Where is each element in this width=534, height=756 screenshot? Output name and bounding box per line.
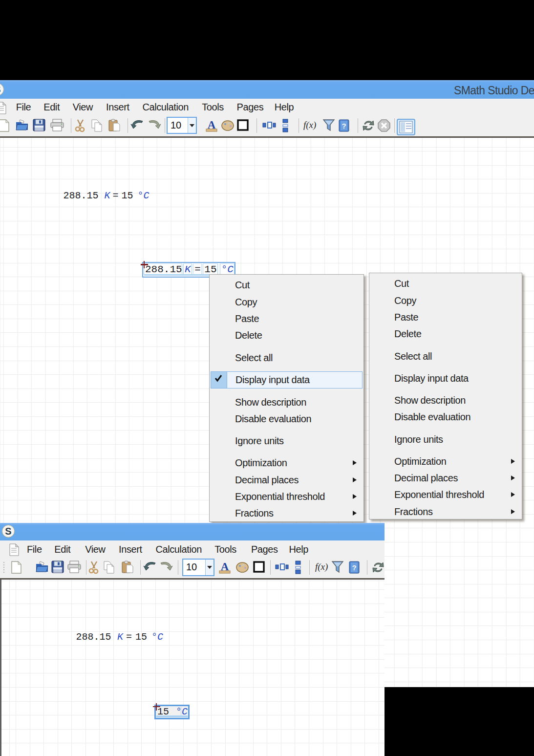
- recalculate-icon[interactable]: [371, 561, 384, 574]
- cut-icon[interactable]: [74, 119, 88, 132]
- background-color-icon[interactable]: [235, 561, 250, 574]
- context-item-delete[interactable]: Delete: [369, 325, 522, 342]
- context-item-display-input-data[interactable]: Display input data: [211, 371, 363, 389]
- paste-icon[interactable]: [121, 561, 136, 574]
- menu-view[interactable]: View: [73, 102, 93, 113]
- toolbar-separator: [358, 118, 358, 133]
- copy-icon[interactable]: [90, 119, 105, 132]
- paste-icon[interactable]: [108, 119, 123, 132]
- context-item-copy[interactable]: Copy: [210, 293, 363, 310]
- menu-tools[interactable]: Tools: [214, 543, 236, 555]
- context-item-select-all[interactable]: Select all: [210, 349, 363, 366]
- menu-pages[interactable]: Pages: [237, 102, 264, 113]
- combo-dropdown-button[interactable]: [205, 560, 214, 575]
- font-size-combo[interactable]: 10: [167, 117, 197, 134]
- save-file-icon[interactable]: [33, 119, 47, 132]
- context-item-show-description[interactable]: Show description: [369, 392, 522, 409]
- menu-group-gap: [210, 449, 363, 454]
- context-item-paste[interactable]: Paste: [210, 310, 363, 327]
- context-item-exponential-threshold[interactable]: Exponential threshold: [210, 488, 363, 505]
- menu-file[interactable]: File: [16, 102, 31, 113]
- font-color-icon[interactable]: A: [205, 119, 220, 132]
- context-item-fractions[interactable]: Fractions: [369, 503, 522, 520]
- context-item-ignore-units[interactable]: Ignore units: [210, 432, 363, 449]
- copy-icon[interactable]: [103, 561, 117, 574]
- menu-help[interactable]: Help: [289, 543, 309, 555]
- math-expression[interactable]: 288.15K=15°C: [64, 190, 150, 202]
- font-color-icon[interactable]: A: [218, 561, 233, 574]
- undo-icon[interactable]: [143, 561, 157, 574]
- grip-icon[interactable]: [2, 561, 5, 574]
- menu-file[interactable]: File: [27, 543, 42, 555]
- menu-pages[interactable]: Pages: [251, 543, 278, 555]
- context-item-delete[interactable]: Delete: [210, 327, 363, 344]
- menu-insert[interactable]: Insert: [119, 543, 142, 555]
- border-icon[interactable]: [253, 561, 267, 574]
- cut-icon[interactable]: [87, 561, 102, 574]
- context-item-optimization[interactable]: Optimization: [210, 454, 363, 471]
- reference-book-icon[interactable]: ?: [348, 561, 363, 574]
- print-icon[interactable]: [67, 561, 82, 574]
- context-item-label: Exponential threshold: [394, 489, 484, 500]
- math-token-num: 15: [135, 631, 147, 644]
- menu-tools[interactable]: Tools: [202, 102, 224, 113]
- redo-icon[interactable]: [147, 119, 162, 132]
- redo-icon[interactable]: [159, 561, 173, 574]
- titlebar[interactable]: S: [0, 523, 384, 540]
- menu-group-gap: [369, 365, 522, 370]
- menu-group-gap: [369, 448, 522, 453]
- vertical-spacing-icon[interactable]: [279, 119, 294, 132]
- math-expression[interactable]: 288.15K=15°C: [76, 631, 164, 644]
- menu-calculation[interactable]: Calculation: [142, 102, 189, 113]
- context-item-select-all[interactable]: Select all: [369, 347, 522, 364]
- math-token-unit: °C: [220, 263, 235, 275]
- border-icon[interactable]: [236, 119, 251, 132]
- function-icon[interactable]: f(x): [314, 561, 329, 574]
- menu-help[interactable]: Help: [275, 102, 294, 113]
- menu-insert[interactable]: Insert: [106, 102, 129, 113]
- context-item-show-description[interactable]: Show description: [210, 393, 363, 410]
- background-color-icon[interactable]: [221, 119, 235, 132]
- save-file-icon[interactable]: [51, 561, 66, 574]
- context-item-label: Show description: [235, 396, 306, 408]
- context-item-cut[interactable]: Cut: [369, 275, 522, 292]
- vertical-spacing-icon[interactable]: [292, 561, 306, 574]
- context-item-ignore-units[interactable]: Ignore units: [369, 431, 522, 447]
- side-panel-icon[interactable]: [397, 119, 415, 132]
- worksheet[interactable]: [0, 580, 384, 756]
- submenu-arrow-icon: [353, 511, 357, 516]
- menu-calculation[interactable]: Calculation: [155, 543, 202, 555]
- print-icon[interactable]: [50, 119, 65, 132]
- filter-icon[interactable]: [331, 561, 346, 574]
- context-item-disable-evaluation[interactable]: Disable evaluation: [369, 409, 522, 425]
- context-item-fractions[interactable]: Fractions: [210, 505, 363, 521]
- titlebar[interactable]: S SMath Studio De: [0, 80, 534, 99]
- interrupt-icon[interactable]: [377, 119, 392, 132]
- context-item-disable-evaluation[interactable]: Disable evaluation: [210, 410, 363, 427]
- context-item-decimal-places[interactable]: Decimal places: [210, 472, 363, 488]
- context-item-display-input-data[interactable]: Display input data: [369, 370, 522, 387]
- horizontal-spacing-icon[interactable]: [275, 561, 290, 574]
- filter-icon[interactable]: [322, 119, 337, 132]
- context-item-cut[interactable]: Cut: [210, 277, 363, 293]
- font-size-combo[interactable]: 10: [182, 559, 214, 576]
- open-file-icon[interactable]: [35, 561, 50, 574]
- menu-edit[interactable]: Edit: [43, 102, 60, 113]
- combo-dropdown-button[interactable]: [188, 118, 196, 133]
- open-file-icon[interactable]: [15, 119, 30, 132]
- recalculate-icon[interactable]: [362, 119, 376, 132]
- context-item-optimization[interactable]: Optimization: [369, 453, 522, 470]
- horizontal-spacing-icon[interactable]: [262, 119, 277, 132]
- function-icon[interactable]: f(x): [302, 119, 317, 132]
- context-item-exponential-threshold[interactable]: Exponential threshold: [369, 486, 522, 503]
- context-item-paste[interactable]: Paste: [369, 309, 522, 325]
- submenu-arrow-icon: [353, 460, 357, 465]
- context-item-copy[interactable]: Copy: [369, 292, 522, 308]
- reference-book-icon[interactable]: ?: [338, 119, 352, 132]
- new-file-icon[interactable]: [10, 561, 24, 574]
- menu-view[interactable]: View: [85, 543, 105, 555]
- new-file-icon[interactable]: [0, 119, 12, 132]
- menu-edit[interactable]: Edit: [54, 543, 70, 555]
- context-item-decimal-places[interactable]: Decimal places: [369, 470, 522, 486]
- undo-icon[interactable]: [130, 119, 145, 132]
